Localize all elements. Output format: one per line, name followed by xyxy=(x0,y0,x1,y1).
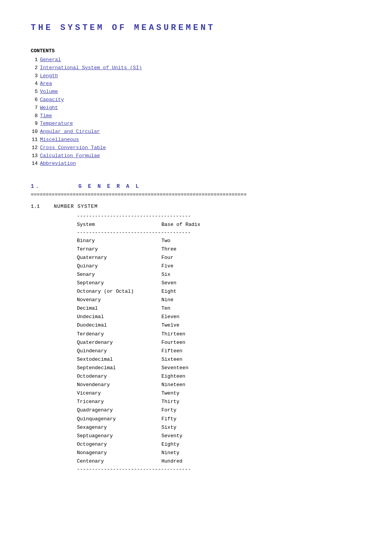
table-row: NovenaryNine xyxy=(77,296,361,304)
contents-section: CONTENTS 1General2International System o… xyxy=(31,48,361,168)
contents-link[interactable]: Temperature xyxy=(40,120,73,128)
system-name: Septuagenary xyxy=(77,432,161,440)
subsection-1-1: 1.1 NUMBER SYSTEM ----------------------… xyxy=(31,204,361,473)
system-name: Novenary xyxy=(77,296,161,304)
list-item: 2International System of Units (SI) xyxy=(31,64,361,72)
list-item: 8Time xyxy=(31,112,361,120)
contents-link[interactable]: Area xyxy=(40,80,52,88)
table-row: SeptuagenarySeventy xyxy=(77,432,361,440)
contents-link[interactable]: Angular and Circular xyxy=(40,128,100,136)
item-number: 4 xyxy=(31,80,38,88)
system-name: Octonary (or Octal) xyxy=(77,287,161,296)
radix-value: Fifteen xyxy=(161,347,208,355)
list-item: 12Cross Conversion Table xyxy=(31,144,361,152)
contents-link[interactable]: Length xyxy=(40,72,58,80)
radix-value: Twenty xyxy=(161,389,208,398)
page-title: THE SYSTEM OF MEASUREMENT xyxy=(31,23,361,33)
table-row: CentenaryHundred xyxy=(77,457,361,466)
table-row: OctogenaryEighty xyxy=(77,440,361,449)
radix-value: Thirteen xyxy=(161,330,208,338)
list-item: 3Length xyxy=(31,72,361,80)
system-name: Quinary xyxy=(77,262,161,270)
radix-value: Sixteen xyxy=(161,355,208,364)
list-item: 10Angular and Circular xyxy=(31,128,361,136)
table-rows: BinaryTwoTernaryThreeQuaternaryFourQuina… xyxy=(77,237,361,466)
col-radix-header: Base of Radix xyxy=(161,220,208,229)
table-row: BinaryTwo xyxy=(77,237,361,245)
contents-link[interactable]: Time xyxy=(40,112,52,120)
system-name: Sextodecimal xyxy=(77,355,161,364)
contents-link[interactable]: Volume xyxy=(40,88,58,96)
system-name: Undecimal xyxy=(77,313,161,321)
table-row: Octonary (or Octal)Eight xyxy=(77,287,361,296)
table-row: TerdenaryThirteen xyxy=(77,330,361,338)
section-1: 1. G E N E R A L =======================… xyxy=(31,183,361,473)
contents-link[interactable]: Calculation Formulae xyxy=(40,152,100,160)
radix-value: Ten xyxy=(161,304,208,313)
system-name: Octogenary xyxy=(77,440,161,449)
system-name: Septenary xyxy=(77,279,161,287)
radix-value: Fourteen xyxy=(161,338,208,347)
table-bottom-dash: -------------------------------------- xyxy=(77,466,361,473)
radix-value: Eighteen xyxy=(161,372,208,381)
radix-value: Twelve xyxy=(161,321,208,330)
table-row: SextodecimalSixteen xyxy=(77,355,361,364)
number-system-table: -------------------------------------- S… xyxy=(77,212,361,473)
list-item: 14Abbreviation xyxy=(31,160,361,168)
table-row: QuadragenaryForty xyxy=(77,406,361,415)
list-item: 5Volume xyxy=(31,88,361,96)
system-name: Centenary xyxy=(77,457,161,466)
item-number: 10 xyxy=(31,128,38,136)
list-item: 11Miscellaneous xyxy=(31,136,361,144)
radix-value: Three xyxy=(161,245,208,254)
contents-label: CONTENTS xyxy=(31,48,361,54)
radix-value: Eleven xyxy=(161,313,208,321)
subsection-title: NUMBER SYSTEM xyxy=(54,204,98,209)
table-row: DuodecimalTwelve xyxy=(77,321,361,330)
system-name: Decimal xyxy=(77,304,161,313)
table-row: SenarySix xyxy=(77,270,361,279)
item-number: 12 xyxy=(31,144,38,152)
system-name: Tricenary xyxy=(77,398,161,406)
contents-link[interactable]: Cross Conversion Table xyxy=(40,144,106,152)
table-row: SexagenarySixty xyxy=(77,423,361,432)
system-name: Vicenary xyxy=(77,389,161,398)
col-system-header: System xyxy=(77,220,161,229)
table-row: SeptendecimalSeventeen xyxy=(77,364,361,372)
radix-value: Fifty xyxy=(161,415,208,423)
table-header-dash: -------------------------------------- xyxy=(77,229,361,237)
table-row: TernaryThree xyxy=(77,245,361,254)
item-number: 14 xyxy=(31,160,38,168)
radix-value: Thirty xyxy=(161,398,208,406)
radix-value: Five xyxy=(161,262,208,270)
item-number: 7 xyxy=(31,104,38,112)
system-name: Terdenary xyxy=(77,330,161,338)
system-name: Quaterdenary xyxy=(77,338,161,347)
section-divider: ========================================… xyxy=(31,192,361,197)
system-name: Senary xyxy=(77,270,161,279)
system-name: Sexagenary xyxy=(77,423,161,432)
system-name: Quadragenary xyxy=(77,406,161,415)
contents-link[interactable]: Weight xyxy=(40,104,58,112)
contents-list: 1General2International System of Units (… xyxy=(31,56,361,168)
radix-value: Forty xyxy=(161,406,208,415)
subsection-num: 1.1 xyxy=(31,204,46,209)
radix-value: Eight xyxy=(161,287,208,296)
table-row: TricenaryThirty xyxy=(77,398,361,406)
list-item: 7Weight xyxy=(31,104,361,112)
radix-value: Seventeen xyxy=(161,364,208,372)
contents-link[interactable]: Abbreviation xyxy=(40,160,76,168)
radix-value: Four xyxy=(161,254,208,262)
contents-link[interactable]: General xyxy=(40,56,61,64)
system-name: Binary xyxy=(77,237,161,245)
system-name: Octodenary xyxy=(77,372,161,381)
contents-link[interactable]: Miscellaneous xyxy=(40,136,79,144)
item-number: 2 xyxy=(31,64,38,72)
contents-link[interactable]: Capacity xyxy=(40,96,64,104)
radix-value: Seven xyxy=(161,279,208,287)
contents-link[interactable]: International System of Units (SI) xyxy=(40,64,142,72)
system-name: Septendecimal xyxy=(77,364,161,372)
radix-value: Two xyxy=(161,237,208,245)
system-name: Novendenary xyxy=(77,381,161,389)
radix-value: Seventy xyxy=(161,432,208,440)
